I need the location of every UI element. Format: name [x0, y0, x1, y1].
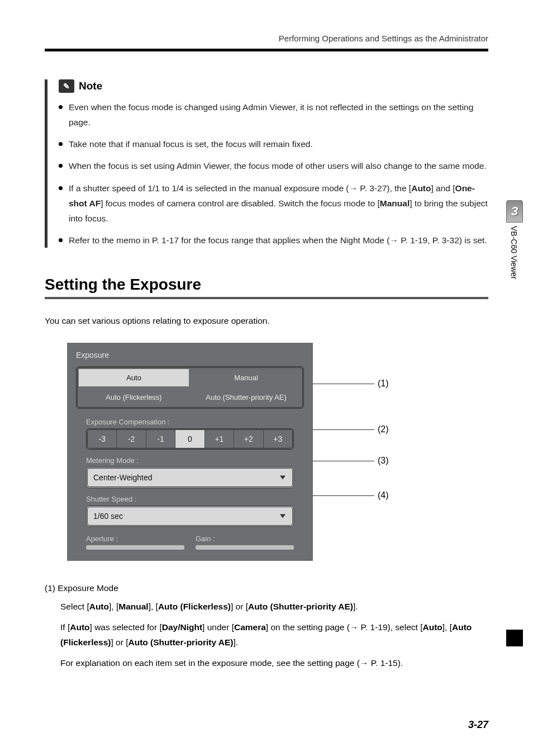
callouts: (1) (2) (3) (4): [313, 343, 389, 500]
shutter-dropdown[interactable]: 1/60 sec: [86, 505, 294, 527]
exposure-comp-label: Exposure Compensation :: [86, 418, 304, 426]
aperture-label: Aperture :: [86, 535, 184, 543]
metering-dropdown[interactable]: Center-Weighted: [86, 467, 294, 488]
shutter-label: Shutter Speed :: [86, 495, 304, 503]
ev-minus2[interactable]: -2: [117, 430, 146, 448]
definition-para: Select [Auto], [Manual], [Auto (Flickerl…: [60, 599, 488, 614]
aperture-field: Aperture :: [86, 535, 184, 550]
note-heading: ✎ Note: [59, 79, 488, 93]
mode-auto[interactable]: Auto: [79, 369, 189, 386]
ev-plus3[interactable]: +3: [264, 430, 292, 448]
header-rule: [45, 49, 488, 51]
callout-line: [313, 429, 374, 430]
callout-4: (4): [378, 490, 389, 500]
running-header: Performing Operations and Settings as th…: [45, 34, 488, 43]
section-heading: Setting the Exposure: [45, 276, 488, 294]
exposure-comp-segmented[interactable]: -3 -2 -1 0 +1 +2 +3: [86, 428, 294, 450]
gain-field: Gain :: [196, 535, 294, 550]
gain-label: Gain :: [196, 535, 294, 543]
ev-plus2[interactable]: +2: [234, 430, 263, 448]
note-item: If a shutter speed of 1/1 to 1/4 is sele…: [59, 181, 488, 226]
mode-shutter-ae[interactable]: Auto (Shutter-priority AE): [191, 389, 301, 406]
note-icon: ✎: [59, 79, 74, 93]
definition-para: If [Auto] was selected for [Day/Night] u…: [60, 620, 488, 650]
figure: Exposure Auto Manual Auto (Flickerless) …: [67, 343, 488, 561]
note-item: Even when the focus mode is changed usin…: [59, 100, 488, 130]
note-block: ✎ Note Even when the focus mode is chang…: [45, 79, 488, 248]
mode-flickerless[interactable]: Auto (Flickerless): [79, 389, 189, 406]
callout-3: (3): [378, 456, 389, 466]
metering-label: Metering Mode :: [86, 456, 304, 465]
callout-2: (2): [378, 424, 389, 434]
definition-para: For explanation on each item set in the …: [60, 655, 488, 670]
definition-heading: (1) Exposure Mode: [45, 583, 488, 593]
mode-manual[interactable]: Manual: [191, 369, 301, 386]
note-item: Refer to the memo in P. 1-17 for the foc…: [59, 233, 488, 248]
chapter-number-badge: 3: [506, 200, 523, 223]
ev-plus1[interactable]: +1: [205, 430, 234, 448]
note-title: Note: [79, 80, 102, 92]
side-tab: 3 VB-C60 Viewer: [506, 200, 523, 279]
panel-title: Exposure: [76, 351, 304, 360]
section-rule: [45, 297, 488, 299]
exposure-mode-grid[interactable]: Auto Manual Auto (Flickerless) Auto (Shu…: [76, 366, 304, 409]
note-item: When the focus is set using Admin Viewer…: [59, 158, 488, 173]
callout-line: [313, 461, 374, 461]
aperture-slider[interactable]: [86, 545, 184, 550]
callout-line: [313, 495, 374, 496]
ev-zero[interactable]: 0: [175, 430, 204, 448]
section-intro: You can set various options relating to …: [45, 316, 488, 326]
callout-1: (1): [378, 379, 389, 389]
page-number: 3-27: [468, 719, 488, 731]
side-marker: [506, 630, 523, 646]
note-list: Even when the focus mode is changed usin…: [59, 100, 488, 248]
exposure-panel: Exposure Auto Manual Auto (Flickerless) …: [67, 343, 313, 561]
gain-slider[interactable]: [196, 545, 294, 550]
ev-minus1[interactable]: -1: [146, 430, 175, 448]
callout-line: [313, 384, 374, 384]
chapter-title: VB-C60 Viewer: [506, 226, 518, 279]
ev-minus3[interactable]: -3: [88, 430, 117, 448]
note-item: Take note that if manual focus is set, t…: [59, 136, 488, 152]
